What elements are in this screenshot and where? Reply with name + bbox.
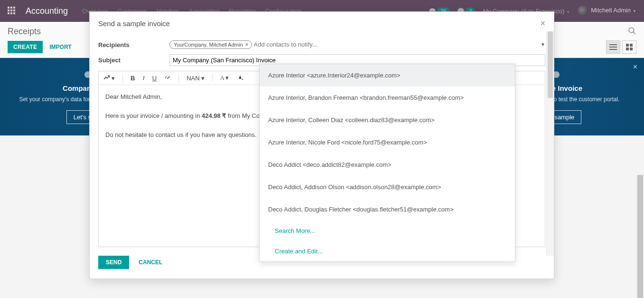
modal-close-button[interactable]: × <box>540 19 545 29</box>
send-button[interactable]: SEND <box>98 256 129 269</box>
tb-underline[interactable]: U <box>152 75 157 82</box>
recipients-input[interactable] <box>252 40 541 49</box>
dropdown-item[interactable]: Azure Interior, Nicole Ford <nicole.ford… <box>260 131 515 154</box>
tb-backcolor-icon[interactable] <box>237 75 243 81</box>
tag-remove-icon[interactable]: × <box>245 41 249 48</box>
tb-magic-icon[interactable]: ▾ <box>103 75 115 82</box>
tag-label: YourCompany, Mitchell Admin <box>174 42 243 48</box>
modal-title: Send a sample invoice <box>98 19 170 28</box>
tb-remove-format-icon[interactable] <box>164 75 171 81</box>
recipients-row: Recipients YourCompany, Mitchell Admin ×… <box>98 40 545 49</box>
dropdown-item[interactable]: Deco Addict, Douglas Fletcher <douglas.f… <box>260 198 515 221</box>
dropdown-item[interactable]: Azure Interior, Colleen Diaz <colleen.di… <box>260 109 515 131</box>
subject-label: Subject <box>98 57 169 64</box>
dropdown-search-more[interactable]: Search More... <box>260 221 515 241</box>
dropdown-item[interactable]: Deco Addict, Addison Olson <addison.olso… <box>260 176 515 198</box>
dropdown-item[interactable]: Deco Addict <deco.addict82@example.com> <box>260 154 515 176</box>
recipients-label: Recipients <box>98 41 169 48</box>
cancel-button[interactable]: CANCEL <box>139 259 162 266</box>
dropdown-create-edit[interactable]: Create and Edit... <box>260 241 515 261</box>
tb-bold[interactable]: B <box>131 75 135 82</box>
dropdown-item[interactable]: Azure Interior, Brandon Freeman <brandon… <box>260 87 515 109</box>
recipients-dropdown: Azure Interior <azure.Interior24@example… <box>259 64 515 262</box>
dropdown-item[interactable]: Azure Interior <azure.Interior24@example… <box>260 64 515 87</box>
recipient-tag: YourCompany, Mitchell Admin × <box>169 40 252 49</box>
tb-forecolor[interactable]: A ▾ <box>220 74 229 82</box>
recipients-dropdown-caret[interactable]: ▼ <box>541 42 545 47</box>
tb-italic[interactable]: I <box>142 74 144 82</box>
tb-font-size[interactable]: NAN ▾ <box>187 75 204 82</box>
